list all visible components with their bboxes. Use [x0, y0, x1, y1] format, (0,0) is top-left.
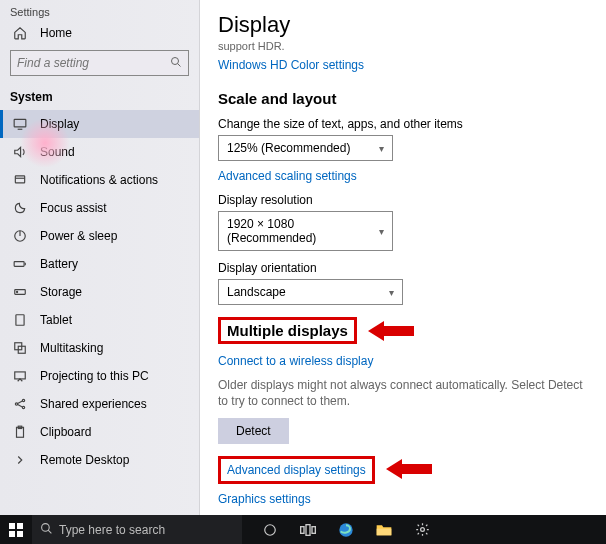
- home-button[interactable]: Home: [0, 20, 199, 46]
- dropdown-orientation[interactable]: Landscape ▾: [218, 279, 403, 305]
- svg-rect-9: [14, 262, 24, 267]
- display-icon: [12, 117, 28, 131]
- sidebar-item-label: Focus assist: [40, 201, 107, 215]
- highlight-multiple-displays: Multiple displays: [218, 317, 357, 344]
- sidebar-item-projecting[interactable]: Projecting to this PC: [0, 362, 199, 390]
- file-explorer-icon[interactable]: [376, 522, 392, 538]
- find-setting-search[interactable]: [10, 50, 189, 76]
- dropdown-value: Landscape: [227, 285, 286, 299]
- sidebar-item-battery[interactable]: Battery: [0, 250, 199, 278]
- window-title: Settings: [0, 6, 199, 20]
- svg-rect-27: [17, 523, 23, 529]
- graphics-settings-link[interactable]: Graphics settings: [218, 492, 594, 506]
- sidebar-item-shared-experiences[interactable]: Shared experiences: [0, 390, 199, 418]
- sidebar-item-power-sleep[interactable]: Power & sleep: [0, 222, 199, 250]
- sidebar-item-label: Battery: [40, 257, 78, 271]
- svg-rect-16: [15, 372, 26, 379]
- content-pane: Display support HDR. Windows HD Color se…: [200, 0, 606, 515]
- svg-point-38: [420, 528, 424, 532]
- svg-rect-29: [17, 531, 23, 537]
- wireless-display-link[interactable]: Connect to a wireless display: [218, 354, 594, 368]
- project-icon: [12, 369, 28, 383]
- dropdown-value: 125% (Recommended): [227, 141, 350, 155]
- power-icon: [12, 229, 28, 243]
- svg-rect-33: [301, 526, 304, 533]
- section-label-system: System: [0, 86, 199, 110]
- sidebar-item-clipboard[interactable]: Clipboard: [0, 418, 199, 446]
- sidebar-item-label: Tablet: [40, 313, 72, 327]
- svg-marker-24: [368, 321, 414, 341]
- windows-icon: [9, 523, 23, 537]
- edge-icon[interactable]: [338, 522, 354, 538]
- svg-rect-13: [16, 315, 24, 326]
- label-text-size: Change the size of text, apps, and other…: [218, 117, 594, 131]
- sidebar-item-display[interactable]: Display: [0, 110, 199, 138]
- task-view-icon[interactable]: [300, 522, 316, 538]
- svg-line-1: [178, 63, 181, 66]
- search-input[interactable]: [17, 56, 157, 70]
- sidebar-item-label: Storage: [40, 285, 82, 299]
- sidebar-item-tablet[interactable]: Tablet: [0, 306, 199, 334]
- page-subtitle: support HDR.: [218, 40, 594, 52]
- storage-icon: [12, 285, 28, 299]
- annotation-arrow-icon: [386, 457, 432, 484]
- sound-icon: [12, 145, 28, 159]
- tablet-icon: [12, 313, 28, 327]
- svg-point-32: [265, 524, 276, 535]
- svg-point-18: [22, 399, 24, 401]
- sidebar-item-label: Sound: [40, 145, 75, 159]
- svg-rect-26: [9, 523, 15, 529]
- sidebar-item-label: Power & sleep: [40, 229, 117, 243]
- advanced-display-link[interactable]: Advanced display settings: [227, 463, 366, 477]
- svg-rect-35: [312, 526, 315, 533]
- label-orientation: Display orientation: [218, 261, 594, 275]
- sidebar-item-focus-assist[interactable]: Focus assist: [0, 194, 199, 222]
- sidebar-item-sound[interactable]: Sound: [0, 138, 199, 166]
- home-label: Home: [40, 26, 72, 40]
- sidebar-item-storage[interactable]: Storage: [0, 278, 199, 306]
- sidebar-item-label: Projecting to this PC: [40, 369, 149, 383]
- svg-line-21: [18, 405, 23, 407]
- sidebar-item-notifications[interactable]: Notifications & actions: [0, 166, 199, 194]
- annotation-arrow-icon: [368, 319, 414, 346]
- settings-sidebar: Settings Home System Display Sound Notif…: [0, 0, 200, 515]
- sidebar-item-label: Remote Desktop: [40, 453, 129, 467]
- sidebar-item-remote-desktop[interactable]: Remote Desktop: [0, 446, 199, 474]
- svg-rect-37: [377, 528, 392, 535]
- svg-rect-34: [306, 524, 310, 535]
- sidebar-item-label: Display: [40, 117, 79, 131]
- detect-button[interactable]: Detect: [218, 418, 289, 444]
- svg-point-0: [172, 57, 179, 64]
- sidebar-item-label: Notifications & actions: [40, 173, 158, 187]
- moon-icon: [12, 201, 28, 215]
- section-scale-layout: Scale and layout: [218, 90, 594, 107]
- settings-icon[interactable]: [414, 522, 430, 538]
- svg-marker-4: [15, 147, 21, 156]
- search-icon: [170, 56, 182, 71]
- bell-icon: [12, 173, 28, 187]
- battery-icon: [12, 257, 28, 271]
- chevron-down-icon: ▾: [379, 226, 384, 237]
- section-multiple-displays: Multiple displays: [227, 322, 348, 339]
- svg-point-30: [42, 523, 50, 531]
- sidebar-item-label: Clipboard: [40, 425, 91, 439]
- help-text-older-displays: Older displays might not always connect …: [218, 378, 594, 409]
- home-icon: [12, 26, 28, 40]
- multitasking-icon: [12, 341, 28, 355]
- taskbar: Type here to search: [0, 515, 606, 544]
- svg-point-12: [17, 291, 18, 292]
- svg-point-19: [22, 406, 24, 408]
- share-icon: [12, 397, 28, 411]
- dropdown-text-scale[interactable]: 125% (Recommended) ▾: [218, 135, 393, 161]
- dropdown-resolution[interactable]: 1920 × 1080 (Recommended) ▾: [218, 211, 393, 251]
- advanced-scaling-link[interactable]: Advanced scaling settings: [218, 169, 594, 183]
- remote-icon: [12, 453, 28, 467]
- taskbar-search-placeholder: Type here to search: [59, 523, 165, 537]
- hd-color-link[interactable]: Windows HD Color settings: [218, 58, 594, 72]
- svg-line-20: [18, 401, 23, 403]
- chevron-down-icon: ▾: [389, 287, 394, 298]
- taskbar-search[interactable]: Type here to search: [32, 515, 242, 544]
- sidebar-item-multitasking[interactable]: Multitasking: [0, 334, 199, 362]
- cortana-icon[interactable]: [262, 522, 278, 538]
- start-button[interactable]: [0, 515, 32, 544]
